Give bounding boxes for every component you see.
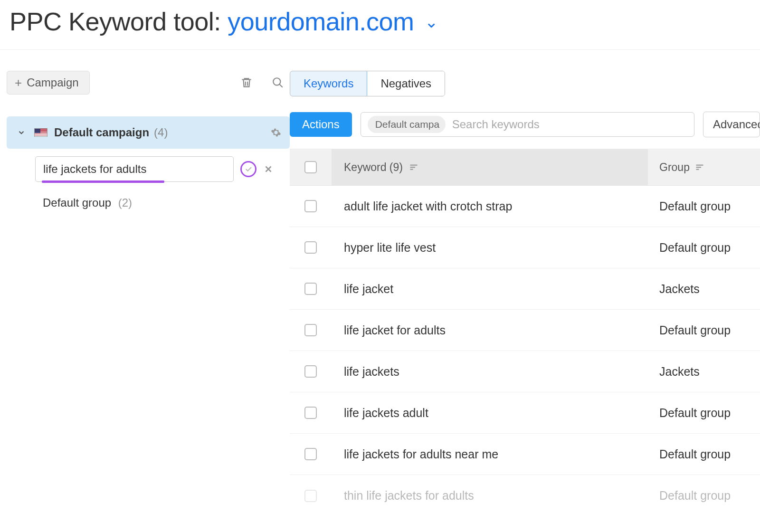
table-row[interactable]: life jacketJackets bbox=[290, 268, 760, 310]
group-item[interactable]: Default group (2) bbox=[7, 196, 290, 209]
keyword-cell: life jackets adult bbox=[332, 406, 648, 420]
plus-icon: + bbox=[15, 76, 22, 89]
chevron-down-icon bbox=[17, 128, 26, 137]
table-row[interactable]: life jacket for adultsDefault group bbox=[290, 310, 760, 351]
table-row[interactable]: hyper lite life vestDefault group bbox=[290, 227, 760, 268]
cancel-button[interactable] bbox=[263, 164, 274, 174]
row-checkbox[interactable] bbox=[304, 365, 317, 378]
tab-group: Keywords Negatives bbox=[290, 71, 445, 96]
svg-point-0 bbox=[273, 78, 280, 85]
sort-icon bbox=[695, 164, 704, 171]
table-row[interactable]: life jackets for adults near meDefault g… bbox=[290, 434, 760, 475]
row-checkbox[interactable] bbox=[304, 283, 317, 295]
keyword-cell: life jackets for adults near me bbox=[332, 447, 648, 461]
row-checkbox[interactable] bbox=[304, 407, 317, 419]
campaign-name: Default campaign bbox=[54, 126, 149, 139]
actions-button[interactable]: Actions bbox=[290, 112, 352, 137]
table-header: Keyword (9) Group bbox=[290, 149, 760, 186]
column-keyword-header[interactable]: Keyword (9) bbox=[332, 149, 648, 185]
group-cell: Default group bbox=[648, 200, 760, 213]
add-campaign-label: Campaign bbox=[27, 76, 78, 89]
row-checkbox[interactable] bbox=[304, 241, 317, 254]
group-cell: Jackets bbox=[648, 282, 760, 296]
group-cell: Default group bbox=[648, 489, 760, 503]
column-group-label: Group bbox=[659, 161, 690, 174]
highlight-underline bbox=[42, 180, 164, 183]
row-checkbox[interactable] bbox=[304, 324, 317, 336]
group-name: Default group bbox=[43, 196, 111, 209]
tab-keywords[interactable]: Keywords bbox=[290, 71, 367, 96]
main-toolbar: Actions Default campa Advanced bbox=[290, 112, 760, 137]
sort-icon bbox=[409, 164, 418, 171]
gear-icon[interactable] bbox=[271, 127, 281, 138]
keyword-cell: life jacket for adults bbox=[332, 323, 648, 337]
page-title: PPC Keyword tool: yourdomain.com ⌄ bbox=[10, 7, 750, 36]
table-row[interactable]: adult life jacket with crotch strapDefau… bbox=[290, 186, 760, 227]
keyword-cell: hyper lite life vest bbox=[332, 241, 648, 255]
row-checkbox[interactable] bbox=[304, 490, 317, 502]
group-cell: Default group bbox=[648, 241, 760, 255]
keyword-search[interactable]: Default campa bbox=[361, 112, 694, 137]
campaign-count: (4) bbox=[154, 126, 168, 139]
search-filter-chip[interactable]: Default campa bbox=[368, 116, 446, 133]
new-group-row bbox=[7, 156, 290, 182]
keyword-cell: adult life jacket with crotch strap bbox=[332, 200, 648, 213]
domain-text: yourdomain.com bbox=[228, 7, 414, 36]
search-icon[interactable] bbox=[272, 76, 284, 89]
confirm-button[interactable] bbox=[240, 161, 256, 177]
table-row[interactable]: thin life jackets for adultsDefault grou… bbox=[290, 475, 760, 516]
column-group-header[interactable]: Group bbox=[648, 161, 760, 174]
group-cell: Jackets bbox=[648, 365, 760, 379]
advanced-filters-button[interactable]: Advanced bbox=[703, 112, 760, 137]
us-flag-icon bbox=[34, 128, 48, 137]
sidebar-toolbar: + Campaign bbox=[7, 71, 290, 95]
keyword-cell: life jacket bbox=[332, 282, 648, 296]
domain-dropdown[interactable]: yourdomain.com ⌄ bbox=[228, 7, 437, 36]
table-body: adult life jacket with crotch strapDefau… bbox=[290, 186, 760, 516]
search-input[interactable] bbox=[452, 118, 687, 131]
table-row[interactable]: life jacketsJackets bbox=[290, 351, 760, 392]
sidebar: + Campaign Default campaign (4) bbox=[7, 71, 290, 516]
keyword-cell: life jackets bbox=[332, 365, 648, 379]
tab-negatives[interactable]: Negatives bbox=[367, 71, 445, 96]
keyword-cell: thin life jackets for adults bbox=[332, 489, 648, 503]
table-row[interactable]: life jackets adultDefault group bbox=[290, 392, 760, 434]
group-cell: Default group bbox=[648, 447, 760, 461]
column-keyword-label: Keyword (9) bbox=[344, 161, 403, 174]
chevron-down-icon: ⌄ bbox=[425, 12, 438, 31]
row-checkbox[interactable] bbox=[304, 448, 317, 460]
new-group-input[interactable] bbox=[35, 156, 234, 182]
trash-icon[interactable] bbox=[240, 76, 253, 89]
select-all-checkbox[interactable] bbox=[304, 161, 317, 173]
group-cell: Default group bbox=[648, 406, 760, 420]
title-prefix: PPC Keyword tool: bbox=[10, 7, 221, 36]
campaign-row[interactable]: Default campaign (4) bbox=[7, 116, 290, 149]
page-header: PPC Keyword tool: yourdomain.com ⌄ bbox=[0, 0, 760, 50]
group-cell: Default group bbox=[648, 323, 760, 337]
group-count: (2) bbox=[118, 196, 132, 209]
main-panel: Keywords Negatives Actions Default campa… bbox=[290, 71, 760, 516]
add-campaign-button[interactable]: + Campaign bbox=[7, 71, 90, 95]
row-checkbox[interactable] bbox=[304, 200, 317, 212]
